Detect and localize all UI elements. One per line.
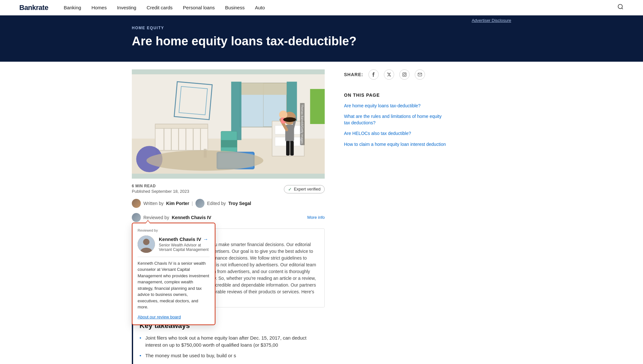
svg-rect-25 (275, 137, 286, 146)
share-row: SHARE: (344, 69, 447, 80)
author-avatar-kim (132, 199, 141, 208)
svg-rect-45 (403, 73, 406, 76)
svg-point-41 (283, 117, 296, 122)
nav-banking[interactable]: Banking (64, 5, 81, 10)
article-image: Thomas Barwick/Getty Images (132, 69, 325, 179)
instagram-share-button[interactable] (399, 69, 410, 80)
nav-homes[interactable]: Homes (91, 5, 107, 10)
article-column: Thomas Barwick/Getty Images 6 MIN READ P… (132, 62, 344, 364)
popup-reviewer-name: Kenneth Chavis IV (159, 236, 201, 242)
nav-auto[interactable]: Auto (255, 5, 265, 10)
popup-profile: Kenneth Chavis IV → Senior Wealth Adviso… (138, 235, 210, 253)
toc-link-2[interactable]: What are the rules and limitations of ho… (344, 113, 447, 126)
reviewer-row: Reviewed by Kenneth Chavis IV More info … (132, 213, 325, 222)
popup-name-row: Kenneth Chavis IV → (159, 236, 210, 242)
takeaway-item-1: Joint filers who took out a home equity … (140, 334, 318, 349)
edited-by-label: Edited by (207, 201, 226, 206)
search-icon[interactable] (617, 4, 624, 12)
popup-divider (138, 257, 210, 257)
toc-item-1: Are home equity loans tax-deductible? (344, 103, 447, 109)
svg-rect-6 (240, 83, 286, 94)
reviewer-name[interactable]: Kenneth Chavis IV (172, 215, 211, 220)
svg-line-1 (622, 8, 623, 9)
author-name-troy[interactable]: Troy Segal (228, 201, 251, 206)
main-layout: Thomas Barwick/Getty Images 6 MIN READ P… (113, 62, 530, 364)
on-this-page-list: Are home equity loans tax-deductible? Wh… (344, 103, 447, 148)
share-label: SHARE: (344, 72, 363, 77)
page-title: Are home equity loans tax-deductible? (132, 34, 357, 49)
on-this-page-title: ON THIS PAGE (344, 93, 447, 98)
reviewer-popup: Reviewed by Kenneth Cha (132, 223, 215, 325)
toc-item-3: Are HELOCs also tax deductible? (344, 130, 447, 137)
authors-line: Written by Kim Porter | Edited by Troy S… (132, 199, 325, 208)
toc-link-4[interactable]: How to claim a home equity loan interest… (344, 141, 447, 148)
toc-link-3[interactable]: Are HELOCs also tax deductible? (344, 130, 447, 137)
toc-link-1[interactable]: Are home equity loans tax-deductible? (344, 103, 447, 109)
reviewed-by-label: Reviewed by (143, 215, 169, 220)
read-time: 6 MIN READ (132, 184, 189, 188)
svg-point-0 (618, 4, 622, 9)
popup-avatar (138, 235, 155, 253)
sidebar-column: SHARE: ON THIS PAGE Are home equity loan… (344, 62, 447, 364)
review-board-link[interactable]: About our review board (138, 315, 181, 319)
check-icon: ✓ (288, 187, 292, 192)
reviewer-avatar (132, 213, 141, 222)
more-info-link[interactable]: More info (307, 215, 325, 220)
nav-investing[interactable]: Investing (117, 5, 136, 10)
nav-personal-loans[interactable]: Personal loans (183, 5, 215, 10)
nav-business[interactable]: Business (225, 5, 245, 10)
popup-name-section: Kenneth Chavis IV → Senior Wealth Adviso… (159, 236, 210, 252)
navigation: Bankrate Banking Homes Investing Credit … (0, 0, 643, 15)
popup-profile-link[interactable]: → (203, 236, 208, 242)
takeaway-item-2: The money must be used to buy, build or … (140, 352, 318, 360)
advertiser-disclosure-link[interactable]: Advertiser Disclosure (472, 18, 511, 23)
svg-point-39 (279, 111, 287, 119)
author-name-kim[interactable]: Kim Porter (166, 201, 189, 206)
site-logo[interactable]: Bankrate (19, 4, 48, 12)
svg-rect-36 (290, 141, 294, 155)
category-label: HOME EQUITY (132, 26, 511, 30)
svg-point-46 (403, 74, 405, 75)
svg-rect-13 (155, 124, 208, 129)
twitter-share-button[interactable] (384, 69, 394, 80)
popup-arrow-inner (145, 221, 150, 224)
on-this-page: ON THIS PAGE Are home equity loans tax-d… (344, 93, 447, 148)
nav-credit-cards[interactable]: Credit cards (147, 5, 173, 10)
toc-item-2: What are the rules and limitations of ho… (344, 113, 447, 126)
expert-verified-label: Expert verified (294, 187, 321, 191)
email-share-button[interactable] (415, 69, 425, 80)
published-date: Published September 18, 2023 (132, 189, 189, 194)
image-credit: Thomas Barwick/Getty Images (300, 103, 305, 145)
nav-items: Banking Homes Investing Credit cards Per… (64, 5, 265, 11)
takeaway-list: Joint filers who took out a home equity … (140, 334, 318, 360)
svg-rect-35 (286, 141, 290, 155)
article-meta: 6 MIN READ Published September 18, 2023 (132, 184, 189, 194)
popup-bio: Kenneth Chavis IV is a senior wealth cou… (138, 260, 210, 310)
svg-rect-11 (310, 89, 325, 124)
svg-point-47 (405, 73, 406, 74)
expert-verified-badge: ✓ Expert verified (284, 185, 325, 193)
toc-item-4: How to claim a home equity loan interest… (344, 141, 447, 148)
svg-point-32 (146, 150, 263, 171)
popup-header-label: Reviewed by (138, 228, 210, 232)
author-avatar-troy (195, 199, 204, 208)
popup-reviewer-title: Senior Wealth Advisor at Versant Capital… (159, 243, 210, 252)
facebook-share-button[interactable] (368, 69, 379, 80)
written-by-label: Written by (143, 201, 164, 206)
hero-section: Advertiser Disclosure HOME EQUITY Are ho… (0, 15, 643, 62)
svg-point-43 (143, 239, 149, 245)
separator: | (192, 201, 193, 206)
svg-rect-28 (221, 140, 237, 147)
